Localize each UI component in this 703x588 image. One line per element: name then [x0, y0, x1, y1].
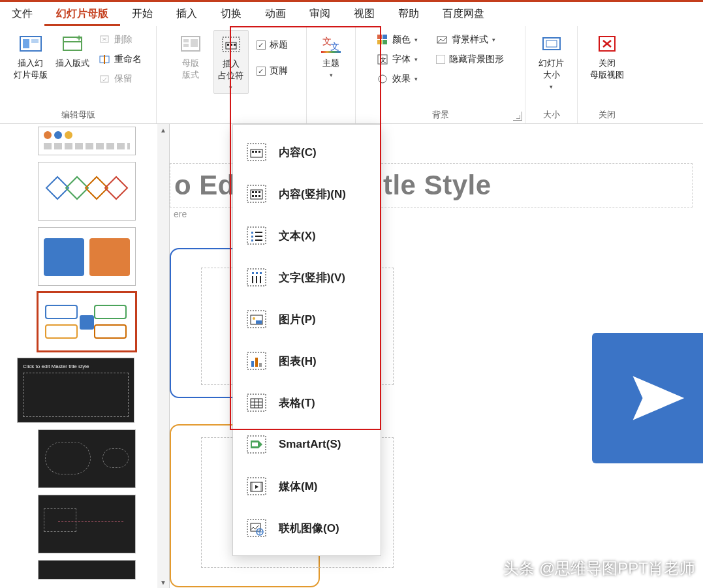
master-layout-icon — [180, 33, 202, 55]
layout-thumb[interactable] — [38, 429, 136, 488]
tab-slide-master[interactable]: 幻灯片母版 — [44, 2, 120, 26]
svg-rect-55 — [251, 240, 253, 241]
svg-rect-72 — [247, 394, 266, 411]
svg-rect-85 — [251, 523, 260, 531]
master-layout-button[interactable]: 母版 版式 — [173, 30, 208, 84]
svg-rect-53 — [251, 236, 253, 238]
scroll-down-icon[interactable]: ▼ — [157, 576, 169, 588]
colors-label: 颜色 — [392, 34, 411, 46]
insert-placeholder-button[interactable]: 插入 占位符 ▾ — [213, 30, 249, 94]
master-layout-label: 母版 版式 — [182, 57, 199, 81]
svg-rect-20 — [234, 44, 236, 46]
slide-size-icon — [540, 33, 563, 55]
menu-picture-label: 图片(P) — [279, 312, 316, 327]
hide-bg-checkbox[interactable]: 隐藏背景图形 — [433, 52, 507, 67]
layout-thumb[interactable] — [38, 162, 136, 221]
svg-rect-71 — [259, 363, 262, 367]
ribbon-group-size: 幻灯片 大小 ▾ 大小 — [525, 26, 578, 123]
insert-layout-button[interactable]: + 插入版式 — [54, 30, 91, 72]
tab-insert[interactable]: 插入 — [164, 2, 209, 26]
close-master-button[interactable]: 关闭 母版视图 — [589, 30, 625, 84]
layout-thumb[interactable] — [38, 227, 136, 286]
menu-content-vertical-label: 内容(竖排)(N) — [279, 187, 346, 202]
menu-text-vertical[interactable]: 文字(竖排)(V) — [233, 256, 381, 298]
tab-view[interactable]: 视图 — [342, 2, 386, 26]
delete-button[interactable]: 删除 — [96, 33, 144, 47]
layout-thumb[interactable] — [38, 127, 136, 155]
ribbon-group-edit-master: 插入幻 灯片母版 + 插入版式 删除 重命名 保留 — [0, 26, 157, 123]
footer-checkbox[interactable]: ✓ 页脚 — [254, 64, 290, 78]
tab-home[interactable]: 开始 — [120, 2, 164, 26]
menu-text-label: 文本(X) — [279, 228, 316, 243]
tab-animations[interactable]: 动画 — [253, 2, 298, 26]
hide-bg-label: 隐藏背景图形 — [449, 54, 504, 65]
center-icon-tile — [592, 333, 703, 463]
rename-button[interactable]: 重命名 — [96, 52, 144, 67]
menu-online-image[interactable]: 联机图像(O) — [233, 507, 381, 549]
svg-rect-73 — [251, 399, 262, 408]
thumbnail-scrollbar[interactable]: ▲ ▼ — [157, 124, 169, 588]
tab-file[interactable]: 文件 — [0, 2, 44, 26]
size-group-label: 大小 — [543, 106, 560, 122]
svg-rect-18 — [227, 44, 229, 46]
title-checkbox[interactable]: ✓ 标题 — [254, 38, 290, 52]
menu-chart[interactable]: 图表(H) — [233, 340, 381, 382]
layout-thumb[interactable] — [38, 495, 136, 553]
insert-placeholder-menu: 内容(C) 内容(竖排)(N) 文本(X) 文字(竖排)(V) 图片(P) 图表… — [232, 124, 381, 556]
svg-rect-64 — [247, 311, 266, 328]
bg-group-label: 背景 — [432, 106, 449, 122]
insert-slide-master-button[interactable]: 插入幻 灯片母版 — [12, 30, 49, 84]
bg-styles-button[interactable]: 背景样式▾ — [433, 33, 507, 47]
menu-table[interactable]: 表格(T) — [233, 382, 381, 424]
chart-icon — [246, 350, 267, 371]
menu-text[interactable]: 文本(X) — [233, 215, 381, 256]
tab-review[interactable]: 审阅 — [298, 2, 342, 26]
svg-rect-59 — [256, 272, 258, 274]
svg-text:+: + — [76, 34, 82, 43]
chevron-down-icon: ▾ — [330, 72, 333, 78]
preserve-icon — [99, 73, 110, 85]
paper-plane-icon — [628, 369, 687, 427]
themes-icon: 文文 — [320, 33, 342, 55]
svg-rect-44 — [252, 191, 254, 193]
layout-thumb-selected[interactable] — [38, 292, 136, 351]
svg-rect-48 — [255, 195, 257, 197]
tab-help[interactable]: 帮助 — [386, 2, 431, 26]
tab-baidu[interactable]: 百度网盘 — [431, 2, 496, 26]
checkbox-checked-icon: ✓ — [257, 67, 266, 76]
picture-icon — [246, 309, 267, 330]
menu-content-vertical[interactable]: 内容(竖排)(N) — [233, 173, 381, 215]
ribbon-group-themes: 文文 主题 ▾ — [307, 26, 356, 123]
menu-picture[interactable]: 图片(P) — [233, 298, 381, 340]
slide-size-button[interactable]: 幻灯片 大小 ▾ — [534, 30, 569, 93]
menu-smartart[interactable]: SmartArt(S) — [233, 424, 381, 465]
svg-rect-19 — [230, 44, 232, 46]
fonts-button[interactable]: 文 字体▾ — [374, 52, 420, 67]
menu-table-label: 表格(T) — [279, 395, 315, 410]
tab-transitions[interactable]: 切换 — [209, 2, 253, 26]
menu-media[interactable]: 媒体(M) — [233, 465, 381, 507]
svg-rect-58 — [252, 272, 254, 274]
close-icon — [596, 33, 618, 55]
dialog-launcher-icon[interactable] — [513, 112, 522, 121]
svg-point-30 — [379, 75, 386, 83]
themes-button[interactable]: 文文 主题 ▾ — [313, 30, 349, 81]
edit-master-group-label: 编辑母版 — [61, 106, 95, 122]
preserve-button[interactable]: 保留 — [96, 72, 144, 86]
menu-content[interactable]: 内容(C) — [233, 131, 381, 173]
ribbon-group-background: 颜色▾ 文 字体▾ 效果▾ 背景样式▾ 隐藏背景图形 — [356, 26, 525, 123]
svg-point-66 — [253, 317, 255, 320]
delete-label: 删除 — [114, 34, 133, 46]
colors-button[interactable]: 颜色▾ — [374, 33, 420, 47]
layout-thumb[interactable] — [38, 560, 136, 580]
scroll-up-icon[interactable]: ▲ — [157, 124, 169, 136]
master-thumb[interactable]: Click to edit Master title style — [17, 358, 134, 423]
rename-icon — [99, 54, 110, 65]
chevron-down-icon: ▾ — [229, 84, 232, 91]
svg-rect-23 — [321, 51, 341, 53]
svg-rect-70 — [255, 358, 258, 367]
ribbon-group-master-layout: 母版 版式 插入 占位符 ▾ ✓ 标题 ✓ 页脚 景 — [157, 26, 307, 123]
chevron-down-icon: ▾ — [550, 84, 553, 90]
bg-styles-icon — [436, 34, 448, 46]
effects-button[interactable]: 效果▾ — [374, 72, 420, 86]
